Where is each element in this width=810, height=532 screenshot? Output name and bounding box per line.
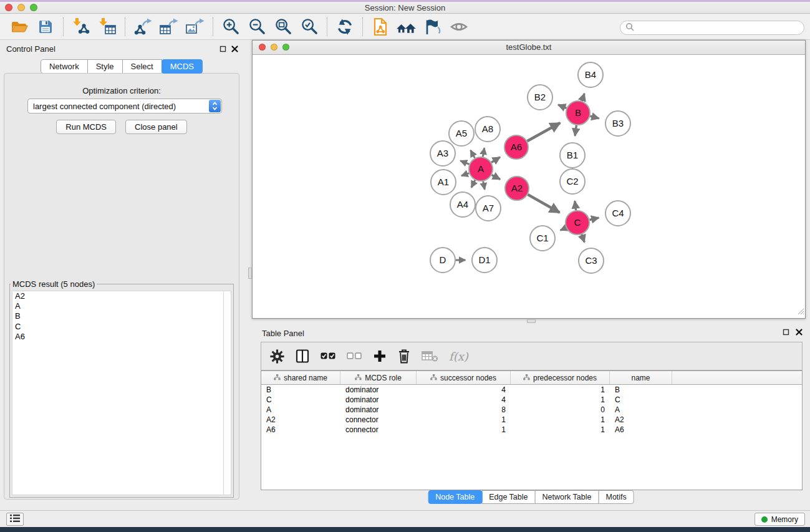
cell-shared-name[interactable]: A2 — [261, 415, 340, 424]
zoom-window-button[interactable] — [30, 4, 37, 11]
cell-successor-nodes[interactable]: 1 — [417, 415, 511, 424]
zoom-fit-icon[interactable] — [271, 16, 295, 38]
tab-network-table[interactable]: Network Table — [535, 490, 599, 504]
column-chooser-icon[interactable] — [295, 349, 310, 364]
result-node-item[interactable]: A — [12, 301, 231, 311]
column-header-predecessor-nodes[interactable]: predecessor nodes — [511, 371, 610, 384]
cell-predecessor-nodes[interactable]: 1 — [511, 395, 610, 404]
memory-button[interactable]: Memory — [755, 513, 805, 526]
export-image-icon[interactable] — [183, 16, 207, 38]
edge-A-A3[interactable] — [460, 161, 469, 165]
tab-motifs[interactable]: Motifs — [598, 490, 634, 504]
search-input[interactable] — [637, 21, 804, 34]
node-A2[interactable]: A2 — [505, 177, 529, 200]
column-header-shared-name[interactable]: shared name — [261, 371, 340, 384]
edge-B-B1[interactable] — [575, 125, 576, 136]
node-D[interactable]: D — [430, 248, 455, 273]
cell-predecessor-nodes[interactable]: 0 — [511, 405, 610, 414]
delete-column-icon[interactable] — [397, 349, 411, 364]
float-panel-icon[interactable] — [219, 45, 227, 53]
split-handle-horizontal[interactable] — [527, 319, 536, 323]
add-column-icon[interactable] — [373, 349, 387, 363]
cell-name[interactable]: A2 — [610, 415, 672, 424]
edge-C-C2[interactable] — [575, 201, 576, 210]
node-B1[interactable]: B1 — [560, 143, 585, 168]
node-A[interactable]: A — [469, 157, 493, 181]
cell-successor-nodes[interactable]: 8 — [417, 405, 511, 414]
edge-B-B3[interactable] — [590, 116, 599, 118]
column-header-name[interactable]: name — [610, 371, 672, 384]
close-view-button[interactable] — [259, 44, 266, 51]
node-A5[interactable]: A5 — [449, 121, 474, 146]
cell-name[interactable]: A6 — [610, 425, 672, 434]
edge-A-A1[interactable] — [461, 173, 469, 176]
edge-C-C1[interactable] — [561, 228, 566, 230]
node-A6[interactable]: A6 — [504, 135, 528, 159]
node-B4[interactable]: B4 — [578, 62, 603, 87]
settings-gear-icon[interactable] — [270, 349, 284, 364]
table-row[interactable]: A6connector11A6 — [261, 425, 802, 435]
node-B2[interactable]: B2 — [528, 85, 552, 110]
node-C[interactable]: C — [566, 211, 589, 235]
cell-MCDS-role[interactable]: connector — [340, 415, 417, 424]
node-C3[interactable]: C3 — [579, 248, 604, 273]
zoom-in-icon[interactable] — [219, 16, 243, 38]
table-row[interactable]: A2connector11A2 — [261, 415, 802, 425]
tab-select[interactable]: Select — [122, 59, 162, 74]
edge-A-A2[interactable] — [492, 175, 501, 179]
split-handle-vertical[interactable] — [248, 268, 252, 279]
column-header-MCDS-role[interactable]: MCDS role — [340, 371, 417, 384]
export-table-icon[interactable] — [157, 16, 181, 38]
cell-shared-name[interactable]: B — [261, 385, 340, 394]
task-history-button[interactable] — [6, 513, 24, 526]
cell-name[interactable]: A — [610, 405, 672, 414]
tab-node-table[interactable]: Node Table — [428, 490, 482, 504]
edge-A2-C[interactable] — [528, 195, 559, 213]
result-node-item[interactable]: A2 — [12, 291, 231, 301]
node-B3[interactable]: B3 — [605, 111, 630, 136]
edge-A-A4[interactable] — [471, 180, 475, 188]
cell-MCDS-role[interactable]: dominator — [340, 405, 417, 414]
edge-A-A6[interactable] — [491, 157, 500, 163]
close-table-panel-icon[interactable] — [795, 328, 803, 336]
run-mcds-button[interactable]: Run MCDS — [56, 120, 116, 134]
export-network-icon[interactable] — [131, 16, 155, 38]
table-row[interactable]: Bdominator41B — [261, 385, 802, 395]
close-panel-button[interactable]: Close panel — [125, 120, 187, 134]
edge-A-A8[interactable] — [483, 148, 484, 157]
show-flags-icon[interactable] — [421, 16, 445, 38]
edge-B-B4[interactable] — [582, 94, 584, 101]
result-node-item[interactable]: A6 — [12, 332, 231, 342]
node-C4[interactable]: C4 — [605, 201, 630, 226]
tab-edge-table[interactable]: Edge Table — [481, 490, 535, 504]
zoom-selected-icon[interactable] — [297, 16, 321, 38]
column-header-successor-nodes[interactable]: successor nodes — [417, 371, 511, 384]
cell-name[interactable]: C — [610, 395, 672, 404]
network-from-file-icon[interactable] — [369, 16, 392, 38]
cell-predecessor-nodes[interactable]: 1 — [511, 425, 610, 434]
node-B[interactable]: B — [566, 101, 590, 125]
node-C2[interactable]: C2 — [560, 169, 585, 194]
cell-successor-nodes[interactable]: 4 — [417, 385, 511, 394]
table-row[interactable]: Adominator80A — [261, 405, 802, 415]
select-all-icon[interactable] — [321, 351, 336, 361]
resize-grip-icon[interactable] — [796, 306, 804, 317]
edge-C-C4[interactable] — [590, 218, 599, 220]
float-table-panel-icon[interactable] — [782, 328, 790, 336]
table-row[interactable]: Cdominator41C — [261, 395, 802, 405]
minimize-window-button[interactable] — [17, 4, 25, 11]
node-D1[interactable]: D1 — [472, 248, 497, 273]
node-A7[interactable]: A7 — [476, 196, 501, 221]
save-session-icon[interactable] — [34, 16, 57, 38]
zoom-out-icon[interactable] — [245, 16, 269, 38]
import-table-icon[interactable] — [95, 16, 119, 38]
result-scrollbar[interactable] — [223, 291, 231, 495]
open-file-icon[interactable] — [7, 16, 31, 38]
tab-mcds[interactable]: MCDS — [162, 59, 203, 74]
result-node-item[interactable]: C — [12, 322, 231, 332]
edge-B-B2[interactable] — [558, 105, 566, 109]
criterion-dropdown[interactable]: largest connected component (directed) — [27, 99, 222, 114]
deselect-all-icon[interactable] — [347, 351, 362, 361]
import-network-icon[interactable] — [69, 16, 93, 38]
edge-A-A7[interactable] — [483, 181, 485, 190]
